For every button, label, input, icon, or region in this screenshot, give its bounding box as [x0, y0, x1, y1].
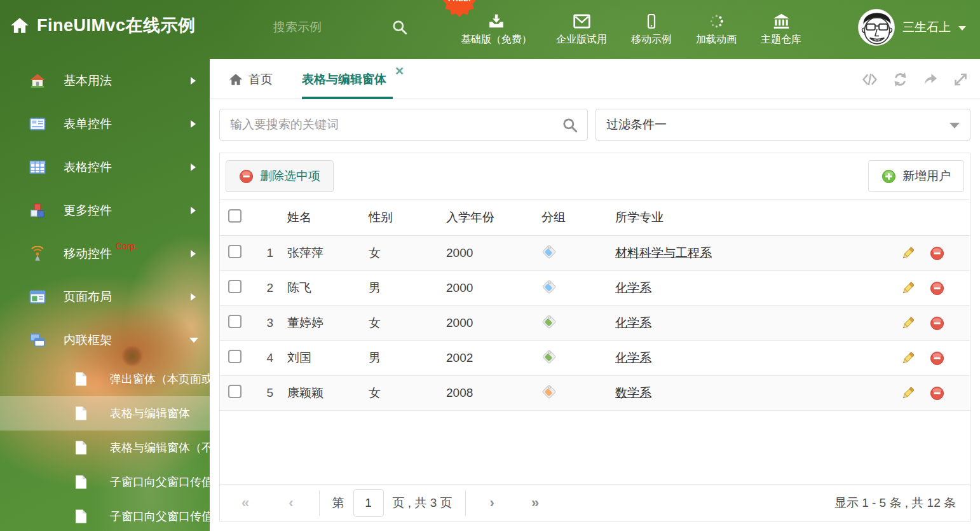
nav-theme-store[interactable]: 主题仓库 — [761, 13, 801, 46]
row-number: 1 — [249, 246, 280, 260]
sidebar-subitem-child-to-parent[interactable]: 子窗口向父窗口传值 — [0, 465, 210, 499]
select-all-checkbox[interactable] — [228, 209, 242, 223]
divider — [465, 490, 466, 516]
chevron-right-icon — [191, 207, 196, 214]
delete-row-icon[interactable] — [930, 246, 944, 261]
source-code-icon[interactable] — [861, 72, 878, 87]
tab-home-label: 首页 — [248, 71, 273, 88]
brand[interactable]: FineUIMvc在线示例 — [10, 14, 196, 37]
sidebar-item-form-controls[interactable]: 表单控件 — [0, 102, 210, 146]
sidebar-subitem-popup-window[interactable]: 弹出窗体（本页面或... — [0, 362, 210, 396]
tab-close-icon[interactable]: ✕ — [395, 66, 404, 77]
delete-row-icon[interactable] — [930, 316, 944, 331]
sidebar-item-iframe[interactable]: 内联框架 — [0, 319, 210, 362]
delete-selected-label: 删除选中项 — [260, 168, 320, 184]
row-checkbox[interactable] — [228, 315, 242, 328]
major-link[interactable]: 化学系 — [615, 351, 651, 364]
sidebar-item-more-controls[interactable]: 更多控件 — [0, 189, 210, 232]
search-icon — [391, 19, 408, 36]
column-gender: 性别 — [361, 209, 439, 226]
user-name: 三生石上 — [902, 19, 951, 36]
sidebar-subitem-label: 表格与编辑窗体 — [110, 406, 190, 421]
last-page-button[interactable]: » — [531, 495, 539, 511]
edit-icon[interactable] — [900, 350, 916, 366]
expand-icon[interactable] — [953, 72, 969, 87]
column-name: 姓名 — [280, 209, 361, 226]
tab-home[interactable]: 首页 — [229, 59, 273, 99]
sidebar-item-label: 基本用法 — [64, 72, 112, 89]
prev-page-button[interactable]: ‹ — [289, 495, 293, 511]
sidebar-subitem-child-to-parent-2[interactable]: 子窗口向父窗口传值... — [0, 499, 210, 531]
keyword-search-input[interactable] — [220, 109, 587, 140]
tab-active[interactable]: 表格与编辑窗体 ✕ — [302, 59, 386, 99]
nav-label: 主题仓库 — [761, 33, 801, 46]
page-number-input[interactable] — [353, 489, 384, 517]
tag-icon — [541, 349, 557, 364]
free-badge-text: FREE! — [443, 0, 476, 3]
add-user-label: 新增用户 — [902, 168, 951, 184]
column-major: 所学专业 — [608, 209, 900, 226]
sidebar-item-mobile-controls[interactable]: 移动控件 Corp. — [0, 232, 210, 275]
row-checkbox[interactable] — [228, 280, 242, 293]
sidebar-subitem-grid-edit-window[interactable]: 表格与编辑窗体 — [0, 396, 210, 431]
cell-year: 2000 — [439, 281, 533, 295]
search-icon[interactable] — [562, 117, 578, 134]
major-link[interactable]: 化学系 — [615, 281, 651, 294]
layout-icon — [29, 289, 46, 305]
nav-label: 企业版试用 — [556, 33, 607, 46]
edit-icon[interactable] — [900, 315, 916, 331]
share-icon[interactable] — [922, 72, 939, 87]
keyword-search-box — [219, 109, 588, 141]
cell-name: 康颖颖 — [280, 385, 361, 401]
edit-icon[interactable] — [900, 245, 916, 261]
cell-year: 2002 — [439, 351, 533, 365]
delete-row-icon[interactable] — [930, 386, 944, 401]
mobile-icon — [644, 13, 659, 29]
cell-name: 刘国 — [280, 350, 361, 366]
row-checkbox[interactable] — [228, 245, 242, 258]
sidebar-item-grid-controls[interactable]: 表格控件 — [0, 146, 210, 189]
nav-mobile-demo[interactable]: 移动示例 — [631, 13, 672, 46]
table-icon — [29, 160, 46, 175]
delete-row-icon[interactable] — [930, 281, 944, 296]
edit-icon[interactable] — [900, 280, 916, 296]
tag-icon — [541, 279, 557, 294]
divider — [319, 490, 320, 516]
nav-basic-free[interactable]: FREE! 基础版（免费） — [461, 13, 532, 46]
row-checkbox[interactable] — [228, 385, 242, 398]
delete-row-icon[interactable] — [930, 351, 944, 366]
header-search[interactable]: 搜索示例 — [273, 19, 408, 36]
sidebar-item-basic-usage[interactable]: 基本用法 — [0, 59, 210, 102]
major-link[interactable]: 数学系 — [615, 386, 651, 399]
nav-loading-animation[interactable]: 加载动画 — [696, 13, 737, 46]
cell-gender: 男 — [361, 280, 439, 296]
first-page-button[interactable]: « — [242, 495, 249, 511]
cell-gender: 男 — [361, 350, 439, 366]
plus-circle-icon — [881, 169, 896, 184]
sidebar-subitem-grid-edit-window-2[interactable]: 表格与编辑窗体（不... — [0, 431, 210, 465]
sidebar-subitem-label: 子窗口向父窗口传值 — [110, 474, 213, 490]
major-link[interactable]: 化学系 — [615, 316, 651, 329]
nav-enterprise-trial[interactable]: 企业版试用 — [556, 13, 607, 46]
cell-name: 陈飞 — [280, 280, 361, 296]
sidebar-item-page-layout[interactable]: 页面布局 — [0, 275, 210, 319]
edit-icon[interactable] — [900, 385, 916, 401]
avatar — [858, 9, 895, 46]
sidebar-item-label: 内联框架 — [64, 332, 112, 348]
row-number: 4 — [249, 351, 280, 365]
major-link[interactable]: 材料科学与工程系 — [615, 246, 712, 259]
cell-gender: 女 — [361, 385, 439, 401]
row-checkbox[interactable] — [228, 350, 242, 363]
form-icon — [29, 116, 46, 132]
file-icon — [75, 509, 87, 523]
delete-selected-button[interactable]: 删除选中项 — [226, 160, 334, 192]
sidebar-item-label: 表格控件 — [64, 159, 112, 176]
refresh-icon[interactable] — [892, 72, 908, 87]
chevron-down-icon — [949, 123, 960, 128]
filter-dropdown[interactable]: 过滤条件一 — [595, 109, 970, 141]
add-user-button[interactable]: 新增用户 — [868, 160, 964, 192]
user-menu[interactable]: 三生石上 — [858, 9, 966, 46]
minus-circle-icon — [239, 169, 254, 184]
tag-icon — [541, 314, 557, 329]
next-page-button[interactable]: › — [490, 495, 494, 511]
